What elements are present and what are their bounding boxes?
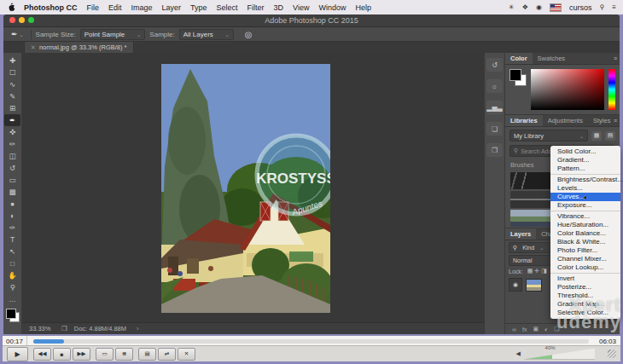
minimize-window-button[interactable] [19,17,25,23]
menubar-menu-edit[interactable]: Edit [108,3,122,12]
tab-adjustments[interactable]: Adjustments [543,115,588,126]
menu-item-brightness-contrast[interactable]: Brightness/Contrast... [550,176,620,184]
volume-control[interactable]: 40% ◀ [516,349,595,360]
history-panel-icon[interactable]: ↺ [486,58,503,72]
hand-tool[interactable]: ✋ [4,269,20,281]
history-brush-tool[interactable]: ↺ [4,162,20,174]
menubar-menu-layer[interactable]: Layer [162,3,182,12]
loop-button[interactable]: ⇄ [158,348,176,361]
tab-color[interactable]: Color [505,53,533,64]
dodge-tool[interactable]: ◐ [4,210,20,222]
menu-item-gradient[interactable]: Gradient... [550,156,620,165]
clone-source-panel-icon[interactable]: ❏ [486,122,503,136]
crop-tool[interactable]: ⊞ [4,102,20,114]
zoom-window-button[interactable] [28,17,34,23]
layers-footer-icon[interactable]: ▣ [533,326,539,332]
menubar-menu-3d[interactable]: 3D [274,3,284,12]
brush-tool[interactable]: ✏ [4,138,20,150]
lock-option-icon[interactable]: ▦ [527,268,533,274]
stop-button[interactable]: ■ [53,348,71,361]
tab-layers[interactable]: Layers [505,228,536,240]
layer-visibility-eye-icon[interactable]: ◉ [509,278,522,292]
us-flag-icon[interactable] [550,3,562,12]
menu-item-color-balance[interactable]: Color Balance... [550,229,620,238]
tab-styles[interactable]: Styles [588,115,615,126]
layer-thumbnail[interactable] [526,279,542,292]
zoom-level[interactable]: 33.33% [29,325,55,332]
close-window-button[interactable] [9,17,15,23]
menubar-menu-type[interactable]: Type [190,3,207,12]
shuffle-button[interactable]: ✕ [178,348,195,361]
playlist-button[interactable]: ▤ [138,348,156,361]
foreground-color-swatch[interactable] [6,309,16,319]
menu-item-curves[interactable]: Curves...➤ [550,193,620,201]
status-chevron-icon[interactable]: › [137,325,139,332]
play-button[interactable]: ▶ [7,347,28,361]
menu-item-photo-filter[interactable]: Photo Filter... [550,246,620,255]
layers-footer-icon[interactable]: ◐ [544,326,548,332]
histogram-panel-icon[interactable]: ▂▅▃ [486,101,503,114]
foreground-background-swatches[interactable] [6,309,20,322]
menubar-menu-image[interactable]: Image [131,3,153,12]
spot-healing-tool[interactable]: ✜ [4,126,20,138]
more-tools[interactable]: … [4,293,20,305]
library-select[interactable]: My Library ⌄ [509,130,588,142]
document-canvas[interactable]: KROSTYSS Apuntes 33.33% ❐ Doc: 4.88M/4.8… [22,53,484,334]
menubar-menu-window[interactable]: Window [318,3,346,12]
hue-slider[interactable] [608,69,615,110]
eraser-tool[interactable]: ▭ [4,174,20,186]
panel-menu-icon[interactable]: ≡ [614,118,617,124]
menubar-menu-select[interactable]: Select [217,3,238,12]
menubar-menu-file[interactable]: File [87,3,100,12]
properties-panel-icon[interactable]: ❐ [486,143,503,157]
volume-wedge[interactable] [523,349,595,360]
display-button[interactable]: ▭ [96,348,114,361]
lasso-tool[interactable]: ∿ [4,78,20,90]
clone-stamp-tool[interactable]: ◫ [4,150,20,162]
brush-thumbnail[interactable] [510,191,556,208]
tab-libraries[interactable]: Libraries [505,115,543,126]
menu-item-hue-saturation[interactable]: Hue/Saturation... [550,221,620,229]
previous-button[interactable]: ◀◀ [33,348,51,361]
menubar-menu-view[interactable]: View [293,3,309,12]
menubar-username[interactable]: cursos [569,3,592,12]
move-tool[interactable]: ✚ [4,55,20,66]
brush-thumbnail[interactable] [510,172,556,189]
close-tab-icon[interactable]: ✕ [31,44,36,51]
list-view-button[interactable]: ▤ [605,131,615,141]
path-selection-tool[interactable]: ↖ [4,246,20,257]
layers-footer-icon[interactable]: ∞ [512,326,516,332]
menu-item-exposure[interactable]: Exposure... [550,201,620,210]
panel-menu-icon[interactable]: ≡ [614,55,617,61]
marquee-tool[interactable]: ☐ [4,66,20,78]
apple-menu-icon[interactable] [7,3,15,12]
zoom-tool[interactable]: ⚲ [4,281,20,293]
menu-item-color-lookup[interactable]: Color Lookup... [550,263,620,272]
menu-item-pattern[interactable]: Pattern... [550,165,620,173]
menu-item-gradient-map[interactable]: Gradient Map... [550,300,620,309]
menu-item-posterize[interactable]: Posterize... [550,283,620,292]
menu-item-black-white[interactable]: Black & White... [550,238,620,246]
lock-option-icon[interactable]: ◨ [541,268,547,274]
lock-option-icon[interactable]: ✛ [534,268,539,274]
sample-layers-select[interactable]: All Layers ⌄ [179,29,234,40]
fg-bg-color-swatches[interactable] [509,69,527,86]
document-tab[interactable]: ✕ normal.jpg @ 33.3% (RGB/8) * [24,41,134,53]
spotlight-icon[interactable]: ⚲ [599,3,604,11]
brush-thumbnail[interactable] [510,210,556,227]
menubar-menu-filter[interactable]: Filter [247,3,265,12]
sampling-ring-toggle[interactable]: ◎ [245,30,253,39]
shape-tool[interactable]: □ [4,257,20,269]
menu-item-invert[interactable]: Invert [550,274,620,283]
menu-item-levels[interactable]: Levels... [550,184,620,193]
menu-item-threshold[interactable]: Threshold... [550,292,620,300]
mixer-button[interactable]: ≣ [115,348,133,361]
photo-image[interactable]: KROSTYSS Apuntes [161,64,330,313]
eyedropper-tool[interactable]: ✒ [4,114,20,126]
menu-item-channel-mixer[interactable]: Channel Mixer... [550,255,620,263]
layers-footer-icon[interactable]: fx [522,326,527,332]
layers-footer-icon[interactable]: ❏ [554,326,559,332]
tab-swatches[interactable]: Swatches [533,53,571,64]
window-resize-grip[interactable] [608,350,616,358]
adjustments-panel-icon[interactable]: ☼ [486,79,503,93]
